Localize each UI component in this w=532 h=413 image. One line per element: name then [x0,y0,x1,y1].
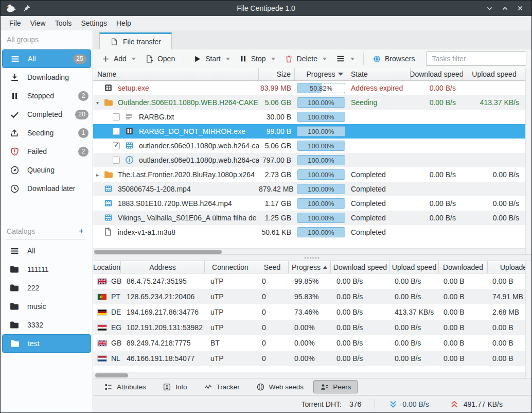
column-header-connection[interactable]: Connection [205,261,256,273]
file-row[interactable]: ▾Vikings_ Valhalla_S01E06_A última filha… [93,211,525,225]
menu-settings[interactable]: Settings [76,17,112,29]
file-checkbox-checked[interactable] [113,142,120,149]
panel-splitter[interactable]: •••••• [93,254,531,261]
folder-icon [103,97,114,108]
file-row[interactable]: ▾outlander.s06e01.1080p.web.h264-ca⋯ 797… [93,153,525,167]
maximize-button[interactable] [499,3,511,14]
column-header-seed[interactable]: Seed [256,261,289,273]
tab-tracker[interactable]: Tracker [197,380,246,393]
catalog-item-111111[interactable]: 111111 [1,260,93,279]
sidebar-item-seeding[interactable]: Seeding 1 [1,124,93,142]
file-state [347,110,411,124]
file-row[interactable]: ▾RARBG.txt 30.00 B 100.00% [93,110,525,124]
sidebar-item-stopped[interactable]: Stopped 2 [1,87,93,105]
expander-icon[interactable]: ▸ [96,172,103,178]
column-header-progress[interactable]: Progress [289,261,331,273]
country-code: PT [111,292,120,301]
delete-button[interactable]: Delete [280,51,331,66]
add-button[interactable]: Add [97,51,140,66]
horizontal-scrollbar[interactable] [93,372,525,378]
tasks-filter-input[interactable] [427,52,526,65]
peer-row[interactable]: PT 128.65.234.21:20406 uTP 0 95.83% 0.00… [93,289,525,304]
column-header-location[interactable]: Location [93,261,121,273]
catalog-item-test[interactable]: test [2,334,91,353]
tab-peers[interactable]: Peers [313,380,358,393]
download-speed [411,225,463,239]
file-checkbox[interactable] [113,157,120,164]
minimize-button[interactable] [483,3,495,14]
title-bar[interactable]: File Centipede 1.0 [1,1,531,16]
peer-progress: 99.85% [289,277,331,285]
horizontal-scrollbar[interactable] [93,248,525,254]
sidebar-item-failed[interactable]: Failed 2 [1,142,93,161]
file-row[interactable]: ▸The.Last.Frontier.2020.BluRay.1080p.x26… [93,167,525,182]
catalog-item-all[interactable]: All [1,242,93,260]
file-name: The.Last.Frontier.2020.BluRay.1080p.x264 [118,170,255,179]
chevron-down-icon [271,58,275,60]
vertical-scrollbar[interactable] [525,68,531,254]
exe-file-icon [125,126,135,136]
peer-row[interactable]: GB 89.249.74.218:7775 BT 0 0.00% 0.00 B/… [93,335,525,351]
add-catalog-button[interactable]: + [76,227,86,236]
detail-tabs: Attributes Info Tracker Web seeds Peers [93,378,531,395]
tab-file-transfer[interactable]: File transfer [99,32,172,49]
catalog-item-3332[interactable]: 3332 [1,316,93,334]
column-header-uploaded[interactable]: Uploaded [488,261,525,273]
column-header-address[interactable]: Address [121,261,205,273]
file-row[interactable]: ▾outlander.s06e01.1080p.web.h264-ca⋯ 5.0… [93,139,525,153]
progress-text: 100.00% [297,156,345,165]
catalog-item-music[interactable]: music [1,297,93,316]
browsers-button[interactable]: Browsers [368,51,419,66]
menu-file[interactable]: File [5,17,26,29]
file-row[interactable]: ▾350806745-1-208.mp4 879.42 MB 100.00% C… [93,182,525,196]
vertical-scrollbar[interactable] [525,261,531,378]
more-menu-button[interactable] [332,51,359,66]
folder-icon [9,320,20,330]
progress-text: 100.00% [297,213,345,223]
column-header-downloaded[interactable]: Downloaded [439,261,488,273]
menu-help[interactable]: Help [112,17,136,29]
file-row[interactable]: ▾index-v1-a1.m3u8 50.61 KB 100.00% Compl… [93,225,525,239]
start-button[interactable]: Start [189,51,234,66]
stop-button[interactable]: Stop [235,51,279,66]
file-row[interactable]: ▾setup.exe 83.99 MB 50.82% Address expir… [93,81,525,95]
peer-row[interactable]: GB 86.4.75.247:35195 uTP 0 99.85% 0.00 B… [93,273,525,289]
menu-tools[interactable]: Tools [50,17,77,29]
sidebar-item-queuing[interactable]: Queuing [1,161,93,179]
check-icon [9,109,20,119]
peer-row[interactable]: EG 102.191.209.131:53982 uTP 0 0.00% 0.0… [93,320,525,335]
expander-icon[interactable]: ▾ [96,100,103,106]
column-header-download-speed[interactable]: Download speed [411,68,463,80]
column-header-upload-speed[interactable]: Upload speed [463,68,525,80]
close-button[interactable] [514,3,526,14]
column-header-progress[interactable]: Progress [295,68,347,80]
catalog-item-222[interactable]: 222 [1,279,93,297]
sidebar-item-download-later[interactable]: Download later [1,179,93,198]
column-header-size[interactable]: Size [259,68,295,80]
file-row-selected[interactable]: ▾RARBG_DO_NOT_MIRROR.exe 99.00 B 100.00% [93,124,525,139]
file-row[interactable]: ▾Outlander.S06E01.1080p.WEB.H264-CAKES[r… [93,95,525,110]
file-checkbox[interactable] [113,128,120,135]
column-header-download-speed[interactable]: Download speed [331,261,390,273]
tab-attributes[interactable]: Attributes [97,380,153,393]
file-name: setup.exe [118,84,149,92]
column-header-name[interactable]: Name [93,68,259,80]
peer-row[interactable]: NL 46.166.191.18:54077 uTP 0 0.00% 0.00 … [93,351,525,366]
column-header-state[interactable]: State [347,68,411,80]
dht-label: Torrent DHT: [301,400,342,408]
peer-row[interactable]: DE 194.169.217.86:34776 uTP 0 73.46% 0.0… [93,304,525,320]
sidebar-item-completed[interactable]: Completed 20 [1,105,93,124]
file-checkbox[interactable] [113,113,120,121]
open-button[interactable]: Open [141,51,179,66]
toolbar: Add Open Start Stop Delete [93,49,531,68]
sidebar-item-downloading[interactable]: Downloading [1,68,93,87]
horizontal-scrollbar-thumb[interactable] [94,250,222,254]
chevron-down-icon [323,58,327,60]
column-header-upload-speed[interactable]: Upload speed [390,261,439,273]
tab-info[interactable]: Info [156,380,194,393]
horizontal-scrollbar-thumb[interactable] [95,373,128,377]
sidebar-item-all[interactable]: All 25 [2,49,91,68]
file-row[interactable]: ▾1883.S01E10.720p.WEB.h264.mp4 1.17 GB 1… [93,196,525,211]
tab-web-seeds[interactable]: Web seeds [250,380,310,393]
menu-view[interactable]: View [26,17,50,29]
